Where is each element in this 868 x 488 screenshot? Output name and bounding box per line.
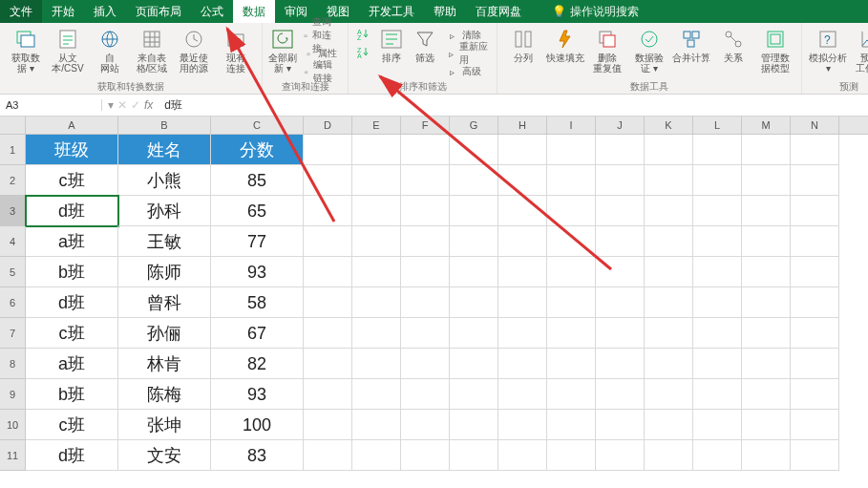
cell-J9[interactable]	[596, 379, 645, 410]
cell-N10[interactable]	[791, 410, 839, 440]
row-header-3[interactable]: 3	[0, 196, 26, 226]
cell-C10[interactable]: 100	[211, 410, 304, 440]
cell-E3[interactable]	[352, 196, 401, 226]
cell-D1[interactable]	[304, 135, 352, 165]
cell-A1[interactable]: 班级	[26, 135, 118, 165]
cell-G4[interactable]	[450, 226, 498, 257]
cell-K1[interactable]	[645, 135, 693, 165]
cell-K6[interactable]	[645, 287, 693, 318]
cell-K4[interactable]	[645, 226, 693, 257]
cell-H7[interactable]	[498, 318, 547, 349]
cell-L5[interactable]	[693, 257, 742, 287]
g1-btn-0[interactable]: 获取数 据 ▾	[6, 25, 46, 74]
cell-B5[interactable]: 陈师	[118, 257, 211, 287]
cell-J10[interactable]	[596, 410, 645, 440]
cell-G9[interactable]	[450, 379, 498, 410]
cell-E9[interactable]	[352, 379, 401, 410]
cell-E8[interactable]	[352, 349, 401, 379]
cell-J5[interactable]	[596, 257, 645, 287]
cell-F9[interactable]	[401, 379, 450, 410]
cell-E5[interactable]	[352, 257, 401, 287]
cell-H5[interactable]	[498, 257, 547, 287]
cell-M7[interactable]	[742, 318, 791, 349]
cell-A8[interactable]: a班	[26, 349, 118, 379]
cell-L1[interactable]	[693, 135, 742, 165]
cell-D3[interactable]	[304, 196, 352, 226]
cell-F3[interactable]	[401, 196, 450, 226]
cell-C6[interactable]: 58	[211, 287, 304, 318]
g4-btn-6[interactable]: 管理数 据模型	[755, 25, 795, 74]
col-header-I[interactable]: I	[547, 117, 596, 134]
cell-N7[interactable]	[791, 318, 839, 349]
cell-C5[interactable]: 93	[211, 257, 304, 287]
cell-C1[interactable]: 分数	[211, 135, 304, 165]
g4-btn-4[interactable]: 合并计算	[671, 25, 711, 63]
cell-I9[interactable]	[547, 379, 596, 410]
cell-J1[interactable]	[596, 135, 645, 165]
cell-M4[interactable]	[742, 226, 791, 257]
cell-K11[interactable]	[645, 440, 693, 471]
cell-E2[interactable]	[352, 165, 401, 196]
cell-M11[interactable]	[742, 440, 791, 471]
cell-L6[interactable]	[693, 287, 742, 318]
cell-I6[interactable]	[547, 287, 596, 318]
cell-M5[interactable]	[742, 257, 791, 287]
cell-B8[interactable]: 林肯	[118, 349, 211, 379]
tab-公式[interactable]: 公式	[191, 0, 233, 23]
cell-F1[interactable]	[401, 135, 450, 165]
cell-F7[interactable]	[401, 318, 450, 349]
cell-N2[interactable]	[791, 165, 839, 196]
col-header-D[interactable]: D	[304, 117, 352, 134]
g1-btn-4[interactable]: 最近使 用的源	[174, 25, 214, 74]
cell-E11[interactable]	[352, 440, 401, 471]
cell-L7[interactable]	[693, 318, 742, 349]
cell-G1[interactable]	[450, 135, 498, 165]
col-header-K[interactable]: K	[645, 117, 693, 134]
cell-J7[interactable]	[596, 318, 645, 349]
cell-C2[interactable]: 85	[211, 165, 304, 196]
col-header-F[interactable]: F	[401, 117, 450, 134]
col-header-M[interactable]: M	[742, 117, 791, 134]
cell-I1[interactable]	[547, 135, 596, 165]
g1-btn-2[interactable]: 自 网站	[90, 25, 130, 74]
cell-A3[interactable]: d班	[26, 196, 118, 226]
cell-B6[interactable]: 曾科	[118, 287, 211, 318]
tell-me[interactable]: 💡 操作说明搜索	[544, 0, 646, 23]
cell-E1[interactable]	[352, 135, 401, 165]
cell-N4[interactable]	[791, 226, 839, 257]
cell-D8[interactable]	[304, 349, 352, 379]
tab-file[interactable]: 文件	[0, 0, 42, 23]
cell-I3[interactable]	[547, 196, 596, 226]
cell-M9[interactable]	[742, 379, 791, 410]
cell-F8[interactable]	[401, 349, 450, 379]
cell-G5[interactable]	[450, 257, 498, 287]
cell-L3[interactable]	[693, 196, 742, 226]
cell-B3[interactable]: 孙科	[118, 196, 211, 226]
cell-L4[interactable]	[693, 226, 742, 257]
g4-btn-0[interactable]: 分列	[503, 25, 543, 63]
cell-H3[interactable]	[498, 196, 547, 226]
col-header-H[interactable]: H	[498, 117, 547, 134]
col-header-N[interactable]: N	[791, 117, 839, 134]
cell-H8[interactable]	[498, 349, 547, 379]
cell-N3[interactable]	[791, 196, 839, 226]
cell-B1[interactable]: 姓名	[118, 135, 211, 165]
cell-H2[interactable]	[498, 165, 547, 196]
cell-C4[interactable]: 77	[211, 226, 304, 257]
sort-asc-button[interactable]: AZ	[354, 25, 373, 42]
cell-K5[interactable]	[645, 257, 693, 287]
select-all-corner[interactable]	[0, 117, 26, 134]
cell-F4[interactable]	[401, 226, 450, 257]
dropdown-icon[interactable]: ▾	[108, 98, 114, 112]
row-header-1[interactable]: 1	[0, 135, 26, 165]
cell-J4[interactable]	[596, 226, 645, 257]
cell-A10[interactable]: c班	[26, 410, 118, 440]
cell-M2[interactable]	[742, 165, 791, 196]
filter-高级[interactable]: ▹高级	[443, 63, 491, 80]
col-header-B[interactable]: B	[118, 117, 211, 134]
tab-开始[interactable]: 开始	[42, 0, 84, 23]
cell-A11[interactable]: d班	[26, 440, 118, 471]
col-header-J[interactable]: J	[596, 117, 645, 134]
cell-B10[interactable]: 张坤	[118, 410, 211, 440]
row-header-4[interactable]: 4	[0, 226, 26, 257]
